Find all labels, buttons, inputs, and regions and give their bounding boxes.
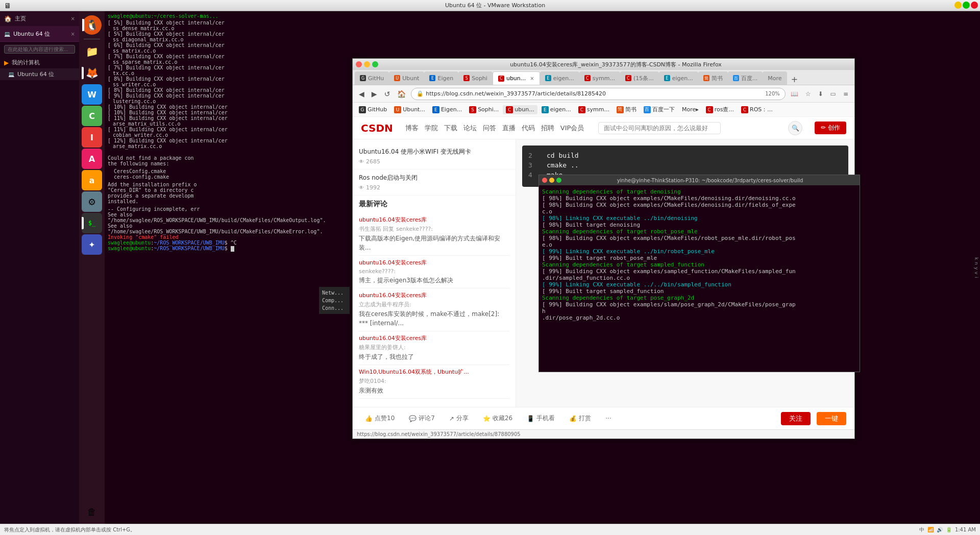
bookmark-baidu[interactable]: 百 百度一下 [641, 105, 678, 114]
csdn-nav-blog[interactable]: 博客 [405, 124, 419, 133]
csdn-nav-xueyuan[interactable]: 学院 [425, 124, 438, 133]
csdn-logo[interactable]: CSDN [361, 122, 393, 134]
bookmark-github[interactable]: G GitHub [356, 105, 390, 114]
mobile-button[interactable]: 📱 手机看 [523, 412, 559, 425]
csdn-nav-live[interactable]: 直播 [502, 124, 516, 133]
bookmark-eigen2[interactable]: E eigen... [538, 105, 574, 114]
comment-article-ref-3[interactable]: ubuntu16.04安装ceres库 [359, 334, 509, 342]
ubuntu-launcher-icon-writer[interactable]: W [82, 84, 102, 105]
tab-eigen3[interactable]: E eigen... [659, 71, 698, 85]
tab-15[interactable]: C (15条... [620, 71, 659, 85]
ubuntu-launcher-icon-trash[interactable]: 🗑 [82, 501, 102, 522]
minimize-button[interactable] [954, 2, 962, 9]
ubuntu-tab-close[interactable]: × [71, 31, 75, 37]
bookmark-ros2[interactable]: C ROS：... [738, 105, 776, 114]
ubuntu-launcher-icon-amazon[interactable]: a [82, 170, 102, 190]
download-icon[interactable]: ⬇ [816, 89, 825, 99]
comment-article-ref-1[interactable]: ubuntu16.04安装ceres库 [359, 259, 509, 266]
tab-symm[interactable]: C symm... [579, 71, 620, 85]
firefox-close-btn[interactable] [356, 61, 362, 67]
tab-more[interactable]: More [763, 71, 787, 85]
ubuntu-launcher-icon-calc[interactable]: C [82, 106, 102, 126]
more-actions-button[interactable]: ··· [601, 413, 615, 424]
comment-article-ref-4[interactable]: Win10,Ubuntu16.04双系统，Ubuntu扩... [359, 368, 509, 376]
csdn-search-input[interactable] [598, 122, 721, 134]
tab-csdn-active[interactable]: C ubun... × [493, 71, 540, 85]
one-click-button[interactable]: 一键 [817, 412, 846, 425]
csdn-nav-forum[interactable]: 论坛 [463, 124, 477, 133]
url-bar[interactable]: 🔒 https://blog.csdn.net/weixin_39373577/… [411, 88, 785, 100]
ubuntu-launcher-icon-fontviewer[interactable]: A [82, 149, 102, 169]
tab-github[interactable]: G GitHu [355, 71, 389, 85]
terminal-right-min[interactable] [549, 178, 554, 183]
article-item-1[interactable]: Ros node启动与关闭 👁 1992 [353, 169, 516, 196]
ubuntu-launcher-icon-softcenter[interactable]: ✦ [82, 234, 102, 255]
tab-eigen1[interactable]: E Eigen [424, 71, 458, 85]
ubuntu-launcher-icon-impress[interactable]: I [82, 127, 102, 148]
forward-button[interactable]: ▶ [370, 89, 379, 99]
bookmark-sophi[interactable]: S Sophi... [466, 105, 502, 114]
tab-symm-label: symm... [593, 75, 615, 82]
csdn-nav-vip[interactable]: VIP会员 [560, 124, 584, 133]
vm-search-input[interactable] [4, 45, 75, 54]
vmware-window-icon: 🖥 [4, 2, 11, 10]
comment-user-3: 糖果屋里的姜饼人: [359, 344, 509, 351]
menu-icon[interactable]: ≡ [841, 89, 850, 99]
bookmark-ubuntu[interactable]: U Ubunt... [391, 105, 428, 114]
terminal-right-close[interactable] [542, 178, 547, 183]
ubuntu-launcher-icon-firefox[interactable]: 🦊 [82, 63, 102, 83]
bookmark-ubun[interactable]: C ubun... [503, 105, 537, 114]
tab-ubuntu[interactable]: U Ubunt [389, 71, 424, 85]
bookmark-more[interactable]: More▸ [679, 105, 702, 114]
maximize-button[interactable] [963, 2, 970, 9]
reward-button[interactable]: 💰 打赏 [565, 412, 595, 425]
sidebar-item-mycomputer[interactable]: ▶ 我的计算机 [0, 57, 79, 68]
csdn-nav-code[interactable]: 代码 [522, 124, 535, 133]
csdn-nav-qa[interactable]: 问答 [483, 124, 496, 133]
home-tab-close[interactable]: × [71, 16, 75, 21]
tab-sophi[interactable]: S Sophi [458, 71, 493, 85]
comment-article-ref-0[interactable]: ubuntu16.04安装ceres库 [359, 216, 509, 224]
close-button[interactable] [971, 2, 978, 9]
share-button[interactable]: ↗ 分享 [445, 412, 473, 425]
home-tab[interactable]: 🏠 主页 × [0, 11, 79, 27]
article-item-0[interactable]: Ubuntu16.04 使用小米WIFI 变无线网卡 👁 2685 [353, 143, 516, 169]
bookmark-icon[interactable]: ☆ [803, 89, 813, 99]
ubuntu-tab[interactable]: 💻 Ubuntu 64 位 × [0, 27, 79, 42]
like-button[interactable]: 👍 点赞10 [361, 412, 399, 425]
ubuntu-launcher-icon-files[interactable]: 📁 [82, 41, 102, 62]
tab-baidu[interactable]: 百 百度... [728, 71, 763, 85]
bookmark-ros[interactable]: C ros查... [703, 105, 737, 114]
ubuntu-launcher-icon-terminal[interactable]: $_ [82, 213, 102, 233]
firefox-min-btn[interactable] [364, 61, 370, 67]
back-button[interactable]: ◀ [357, 89, 366, 99]
reload-button[interactable]: ↺ [382, 89, 393, 99]
comment-button[interactable]: 💬 评论7 [405, 412, 439, 425]
home-button[interactable]: 🏠 [395, 89, 408, 99]
bookmark-symm[interactable]: C symm... [575, 105, 612, 114]
csdn-search-button[interactable]: 🔍 [788, 121, 802, 135]
bookmark-sophi-label: Sophi... [478, 106, 499, 113]
bookmark-eigen[interactable]: E Eigen... [429, 105, 465, 114]
ubuntu-launcher-icon-ubuntu[interactable]: 🐧 [82, 15, 102, 35]
new-tab-button[interactable]: + [789, 74, 800, 85]
trash-icon: 🗑 [87, 506, 96, 517]
csdn-create-button[interactable]: ✏ 创作 [815, 121, 846, 134]
files-icon: 📁 [86, 45, 99, 58]
reader-view-icon[interactable]: 📖 [789, 89, 800, 99]
tab-jianshu[interactable]: 简 简书 [698, 71, 728, 85]
bookmark-jianshu[interactable]: 简 简书 [614, 105, 640, 114]
terminal-right-max[interactable] [556, 178, 561, 183]
collect-button[interactable]: ⭐ 收藏26 [479, 412, 517, 425]
tab-csdn-close[interactable]: × [530, 76, 534, 81]
ubuntu-launcher-icon-settings[interactable]: ⚙ [82, 191, 102, 212]
tab-more-label: More [768, 75, 781, 82]
firefox-max-btn[interactable] [372, 61, 378, 67]
sidebar-item-ubuntu[interactable]: 💻 Ubuntu 64 位 [0, 68, 79, 80]
comment-article-ref-2[interactable]: ubuntu16.04安装ceres库 [359, 291, 509, 299]
csdn-nav-download[interactable]: 下载 [444, 124, 457, 133]
sidebar-icon[interactable]: ▭ [828, 89, 838, 99]
tab-eigen2[interactable]: E eigen... [540, 71, 579, 85]
csdn-nav-jobs[interactable]: 招聘 [541, 124, 554, 133]
follow-button[interactable]: 关注 [781, 412, 811, 425]
